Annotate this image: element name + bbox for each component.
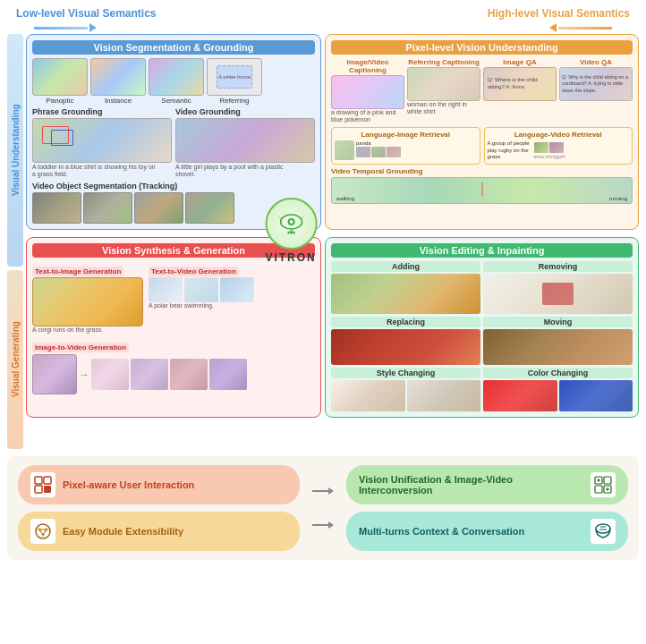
visual-generating-label: Visual Generating — [7, 270, 23, 449]
connector-arrow-1 — [328, 487, 334, 495]
vitron-logo-area: VITRON — [265, 198, 317, 264]
video-obj-seg-label: Video Object Segmentation (Tracking) — [32, 182, 315, 191]
svg-point-2 — [289, 220, 293, 224]
moving-section: Moving — [483, 317, 633, 365]
referring-img: A white horse — [207, 58, 262, 96]
seg-frame-3 — [134, 192, 183, 224]
retrieval-small-3 — [387, 147, 401, 157]
pixel-panel-title: Pixel-level Vision Understanding — [331, 40, 633, 55]
svg-rect-12 — [44, 486, 51, 493]
multi-turns-icon — [591, 519, 616, 544]
captioning-text: a drawing of a pink and blue pokemon — [331, 109, 404, 124]
lang-image-retrieval: Language-Image Retrieval panda — [331, 127, 480, 165]
svg-point-28 — [596, 524, 610, 533]
vision-unification-card: Vision Unification & Image-Video Interco… — [346, 465, 628, 504]
retrieval-img-1 — [335, 140, 354, 160]
temporal-marker — [481, 182, 482, 196]
color-img-2 — [559, 380, 633, 411]
pixel-panel: Pixel-level Vision Understanding Image/V… — [325, 34, 639, 230]
multi-turns-card: Multi-turns Context & Conversation — [346, 512, 628, 551]
style-label: Style Changing — [331, 368, 480, 378]
img-video-captioning: Image/Video Captioning a drawing of a pi… — [331, 58, 404, 124]
svg-line-19 — [43, 530, 47, 535]
editing-title: Vision Editing & Inpainting — [331, 243, 633, 258]
ref-captioning-text: woman on the right in white shirt — [407, 101, 480, 116]
temporal-label-2: running — [609, 196, 627, 201]
retrieval-vid-2 — [549, 142, 564, 153]
video-qa: Video QA Q: Why is the child sitting on … — [559, 58, 633, 124]
bottom-right: Vision Unification & Image-Video Interco… — [346, 465, 628, 551]
panoptic-col: Panoptic — [32, 58, 88, 105]
adding-section: Adding — [331, 261, 480, 314]
t2v-frame-1 — [149, 277, 183, 302]
phrase-grounding-img — [32, 118, 172, 163]
seg-top-row: Panoptic Instance Semantic — [32, 58, 315, 105]
bottom-connectors — [309, 465, 337, 551]
connector-1 — [312, 487, 334, 495]
captioning-img — [331, 75, 404, 109]
replacing-img — [331, 329, 480, 365]
style-imgs — [331, 380, 480, 411]
retrieval-section: Language-Image Retrieval panda — [331, 127, 633, 165]
retrieval-small-2 — [371, 147, 386, 157]
seg-frame-2 — [83, 192, 132, 224]
pixel-aware-card: Pixel-aware User Interaction — [18, 465, 300, 504]
panoptic-img — [32, 58, 88, 96]
replacing-moving-row: Replacing Moving — [331, 317, 633, 365]
ref-captioning-img — [407, 67, 480, 101]
referring-label: Referring — [220, 97, 250, 105]
semantic-label: Semantic — [161, 97, 191, 105]
t2i-caption: A corgi runs on the grass — [32, 326, 143, 334]
lang-video-retrieval: Language-Video Retrieval A group of peop… — [484, 127, 633, 165]
video-grounding: Video Grounding A little girl plays by a… — [175, 107, 315, 179]
color-label: Color Changing — [483, 368, 633, 378]
connector-arrow-2 — [328, 521, 334, 529]
instance-col: Instance — [90, 58, 146, 105]
retrieval-video-content: A group of people play rugby on the gras… — [488, 140, 630, 161]
image-qa: Image QA Q: Where is the child sitting? … — [483, 58, 557, 124]
color-img-1 — [483, 380, 557, 411]
easy-module-card: Easy Module Extensibility — [18, 512, 300, 551]
i2v-section: Image-to-Video Generation → — [32, 337, 315, 394]
retrieval-label: panda — [356, 140, 401, 146]
adding-img — [331, 274, 480, 314]
low-level-label: Low-level Visual Semantics — [16, 7, 157, 20]
temporal-img: walking running — [331, 177, 633, 204]
semantic-img — [149, 58, 204, 96]
main-panels: Vision Segmentation & Grounding Panoptic… — [26, 34, 639, 449]
referring-col: A white horse Referring — [207, 58, 262, 105]
removing-label: Removing — [483, 261, 633, 272]
videoqa-text: Q: Why is the child sitting on a cardboa… — [562, 74, 630, 93]
lang-video-title: Language-Video Retrieval — [488, 131, 630, 139]
retrieval-small-1 — [356, 147, 370, 157]
easy-module-icon — [30, 519, 55, 544]
panoptic-label: Panoptic — [46, 97, 73, 105]
i2v-frame-2 — [131, 359, 168, 390]
vitron-icon — [275, 208, 307, 240]
captioning-title: Image/Video Captioning — [331, 58, 404, 74]
t2v-frames — [149, 277, 315, 302]
connector-2 — [312, 521, 334, 529]
captioning-row: Image/Video Captioning a drawing of a pi… — [331, 58, 633, 124]
retrieval-vid-1 — [534, 142, 548, 153]
vision-unification-icon — [591, 472, 616, 497]
easy-module-label: Easy Module Extensibility — [63, 526, 183, 537]
t2i-label: Text-to-Image Generation — [32, 267, 123, 276]
adding-removing-row: Adding Removing — [331, 261, 633, 314]
vitron-text: VITRON — [265, 251, 316, 264]
svg-line-18 — [39, 530, 43, 535]
minigpt-label: minigpt4 — [545, 154, 565, 159]
phrase-grounding-label: Phrase Grounding — [32, 107, 172, 116]
temporal-section: Video Temporal Grounding walking running — [331, 167, 633, 204]
svg-rect-11 — [35, 486, 42, 493]
svg-rect-9 — [35, 477, 42, 484]
style-color-row: Style Changing Color Changing — [331, 368, 633, 411]
editing-panel: Vision Editing & Inpainting Adding Remov… — [325, 237, 639, 418]
t2v-frame-2 — [184, 277, 218, 302]
replacing-label: Replacing — [331, 317, 480, 327]
video-grounding-caption: A little girl plays by a pool with a pla… — [175, 164, 301, 179]
svg-rect-21 — [604, 477, 611, 484]
seg-panel-title: Vision Segmentation & Grounding — [32, 40, 315, 55]
bottom-left: Pixel-aware User Interaction Easy Module… — [18, 465, 300, 551]
temporal-title: Video Temporal Grounding — [331, 167, 633, 175]
